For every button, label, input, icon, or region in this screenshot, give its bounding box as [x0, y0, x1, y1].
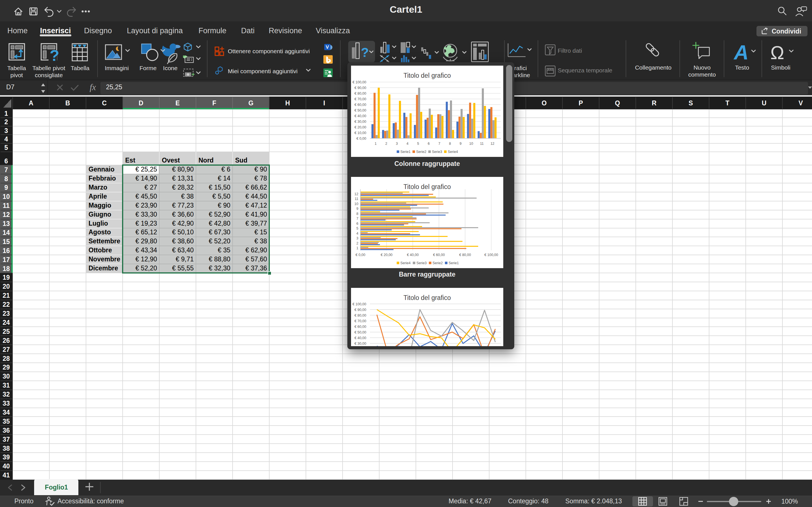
svg-text:€ 30,00: € 30,00 [354, 342, 366, 346]
svg-text:23: 23 [3, 310, 10, 317]
svg-text:S: S [689, 100, 693, 107]
svg-text:1: 1 [356, 246, 358, 250]
svg-text:€ 66,62: € 66,62 [245, 184, 267, 191]
svg-text:Gennaio: Gennaio [89, 166, 114, 173]
svg-text:9: 9 [356, 207, 358, 211]
svg-text:6: 6 [356, 222, 358, 226]
svg-text:Titolo del grafico: Titolo del grafico [403, 72, 451, 79]
svg-text:3: 3 [396, 142, 398, 146]
svg-text:F: F [212, 100, 216, 107]
svg-text:€ 33,30: € 33,30 [135, 211, 157, 218]
svg-text:15: 15 [3, 238, 10, 245]
svg-text:1: 1 [4, 110, 8, 117]
svg-text:25: 25 [3, 328, 10, 335]
svg-text:€ 40,00: € 40,00 [354, 336, 366, 340]
svg-text:11: 11 [355, 197, 358, 201]
svg-text:E: E [175, 100, 180, 107]
svg-text:36: 36 [3, 427, 10, 434]
svg-text:18: 18 [3, 265, 10, 272]
svg-text:€ 19,23: € 19,23 [135, 220, 157, 227]
svg-text:€ 50,10: € 50,10 [172, 228, 194, 236]
svg-text:D: D [139, 100, 144, 107]
svg-text:€ 35: € 35 [218, 246, 231, 254]
svg-text:Serie1: Serie1 [449, 261, 459, 265]
svg-text:€ 0,00: € 0,00 [356, 136, 366, 140]
svg-text:Condividi: Condividi [772, 27, 801, 35]
svg-text:37: 37 [3, 436, 10, 443]
svg-text:€ 50,00: € 50,00 [354, 330, 366, 334]
svg-text:12: 12 [354, 192, 358, 196]
svg-text:Serie1: Serie1 [400, 150, 410, 154]
svg-text:10: 10 [3, 193, 10, 200]
svg-text:€ 80,90: € 80,90 [172, 166, 194, 173]
svg-text:fx: fx [90, 82, 96, 92]
svg-text:5: 5 [4, 144, 8, 151]
svg-text:8: 8 [449, 142, 451, 146]
svg-text:€ 100,00: € 100,00 [352, 302, 366, 306]
svg-text:€ 43,34: € 43,34 [135, 246, 157, 254]
svg-text:Ottobre: Ottobre [89, 246, 112, 254]
svg-text:11: 11 [480, 142, 484, 146]
svg-text:€ 20,00: € 20,00 [380, 253, 393, 257]
svg-text:17: 17 [3, 256, 10, 263]
svg-text:Luglio: Luglio [89, 220, 108, 227]
svg-text:Marzo: Marzo [89, 184, 107, 191]
svg-text:€ 20,00: € 20,00 [354, 125, 366, 129]
svg-text:4: 4 [407, 142, 409, 146]
svg-text:6: 6 [4, 158, 8, 165]
svg-text:€ 41,90: € 41,90 [245, 211, 267, 218]
svg-text:Foglio1: Foglio1 [45, 484, 68, 491]
svg-text:€ 40,00: € 40,00 [354, 114, 366, 118]
svg-text:B: B [65, 100, 70, 107]
svg-text:€ 42,80: € 42,80 [209, 220, 231, 227]
svg-text:Titolo del grafico: Titolo del grafico [403, 183, 451, 190]
svg-text:€ 50,00: € 50,00 [354, 108, 366, 112]
svg-text:22: 22 [3, 301, 10, 308]
svg-text:29: 29 [3, 363, 10, 371]
svg-text:€ 100,00: € 100,00 [485, 253, 498, 257]
svg-text:24: 24 [3, 319, 10, 326]
svg-text:4: 4 [4, 135, 8, 143]
svg-text:€ 9,71: € 9,71 [175, 256, 194, 263]
svg-text:U: U [762, 100, 767, 107]
svg-text:€ 38: € 38 [181, 193, 194, 200]
svg-text:€ 0,00: € 0,00 [356, 253, 365, 257]
svg-text:Dicembre: Dicembre [89, 265, 118, 272]
svg-text:2: 2 [386, 142, 388, 146]
svg-text:20: 20 [3, 283, 10, 290]
svg-text:Serie3: Serie3 [432, 150, 442, 154]
svg-text:€ 32,30: € 32,30 [209, 265, 231, 272]
svg-text:€ 52,20: € 52,20 [135, 265, 157, 272]
svg-text:7: 7 [4, 166, 8, 173]
svg-text:€ 80,00: € 80,00 [354, 92, 366, 96]
svg-text:9: 9 [460, 142, 462, 146]
svg-text:Ovest: Ovest [162, 157, 180, 164]
svg-text:O: O [542, 100, 547, 107]
svg-text:€ 90,00: € 90,00 [354, 86, 366, 90]
svg-text:Giugno: Giugno [89, 211, 111, 218]
svg-text:Q: Q [615, 100, 620, 107]
svg-text:€ 57,60: € 57,60 [245, 256, 267, 263]
svg-text:2: 2 [356, 241, 358, 245]
svg-text:3: 3 [4, 127, 8, 134]
svg-text:€ 78: € 78 [254, 175, 267, 182]
svg-text:€ 70,00: € 70,00 [354, 319, 366, 323]
svg-text:€ 23,90: € 23,90 [135, 202, 157, 209]
svg-text:D7: D7 [6, 83, 14, 91]
svg-text:H: H [285, 100, 290, 107]
svg-text:7: 7 [356, 217, 358, 221]
svg-text:Ω: Ω [770, 42, 784, 63]
svg-text:100%: 100% [781, 498, 798, 505]
svg-text:€ 6: € 6 [221, 166, 231, 173]
svg-text:€ 63,40: € 63,40 [172, 246, 194, 254]
svg-text:G: G [248, 100, 253, 107]
svg-text:€ 45,50: € 45,50 [135, 193, 157, 200]
svg-text:35: 35 [3, 418, 10, 425]
svg-text:€ 60,00: € 60,00 [354, 325, 366, 329]
svg-text:32: 32 [3, 391, 10, 398]
svg-text:7: 7 [439, 142, 441, 146]
svg-text:€ 47,12: € 47,12 [245, 202, 267, 209]
svg-text:Serie2: Serie2 [416, 150, 426, 154]
svg-text:10: 10 [469, 142, 473, 146]
svg-text:41: 41 [3, 471, 10, 479]
